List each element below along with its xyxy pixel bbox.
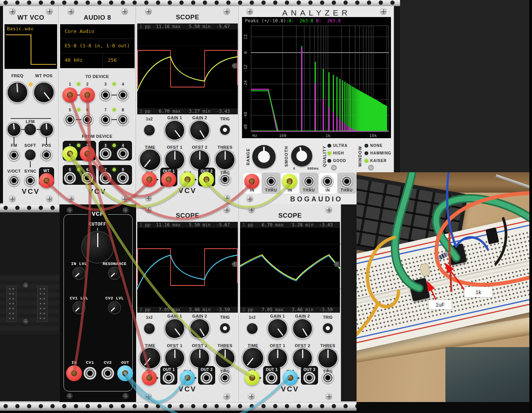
option-led[interactable] — [364, 159, 368, 163]
ofst1-knob[interactable] — [165, 150, 184, 169]
cv2-lvl-knob[interactable] — [109, 302, 120, 313]
analyzer-thru-a-port[interactable] — [265, 175, 277, 187]
ofst1-knob[interactable] — [165, 349, 184, 368]
audio8-from-device-port-1[interactable] — [64, 148, 76, 160]
in-lvl-knob[interactable] — [73, 268, 85, 279]
cable-plug-lime[interactable] — [245, 370, 260, 385]
wt-output-port[interactable] — [40, 175, 53, 187]
pos-amount-knob[interactable] — [40, 123, 53, 136]
audio8-to-device-port-7[interactable] — [99, 114, 112, 126]
ofst2-knob[interactable] — [190, 150, 209, 169]
scope-trig-port[interactable] — [322, 372, 334, 384]
lfm-button[interactable] — [25, 124, 36, 135]
option-led[interactable] — [327, 151, 331, 155]
ofst2-knob[interactable] — [293, 349, 312, 368]
cable-plug-red[interactable] — [62, 87, 78, 103]
scope-out1-port[interactable] — [265, 372, 278, 384]
audio8-to-device-port-5[interactable] — [64, 114, 76, 126]
1x2-button[interactable] — [144, 323, 155, 334]
audio8-to-device-port-2[interactable] — [81, 89, 93, 101]
scope-out2-port[interactable] — [303, 372, 315, 384]
analyzer-thru-b-port[interactable] — [303, 175, 315, 187]
trig-button[interactable] — [220, 323, 230, 333]
option-label[interactable]: GOOD — [333, 159, 346, 163]
cable-plug-lime[interactable] — [180, 172, 195, 187]
1x2-button[interactable] — [247, 323, 257, 334]
scope-in1-port[interactable] — [143, 173, 155, 185]
cable-plug-cyan[interactable] — [283, 370, 298, 385]
option-label[interactable]: ULTRA — [333, 143, 347, 148]
audio8-from-device-port-3[interactable] — [99, 148, 112, 160]
ofst2-knob[interactable] — [190, 349, 209, 368]
soft-button[interactable] — [25, 150, 36, 160]
sync-input-port[interactable] — [24, 175, 36, 187]
scope-trig-port[interactable] — [219, 372, 231, 384]
scope-trig-port[interactable] — [219, 173, 231, 185]
option-led[interactable] — [327, 144, 331, 148]
scope-display[interactable]: 1pp11.16 max5.50 min-5.67 2pp7.05 max3.4… — [137, 222, 238, 313]
quality-cycle-button[interactable] — [331, 165, 337, 171]
fm-amount-knob[interactable] — [8, 123, 20, 136]
freq-knob[interactable] — [8, 83, 27, 102]
scope-display[interactable]: 1pp6.70 max3.28 min-3.43 2pp7.05 max3.46… — [240, 222, 340, 313]
range-knob[interactable] — [252, 145, 276, 168]
smooth-knob[interactable] — [291, 145, 312, 167]
pos-input-port[interactable] — [40, 149, 53, 161]
fm-input-port[interactable] — [8, 149, 20, 161]
option-led[interactable] — [364, 151, 368, 155]
audio-driver[interactable]: Core Audio — [65, 28, 94, 34]
cable-plug-cyan[interactable] — [180, 370, 195, 385]
scope-in2-port[interactable] — [284, 372, 296, 384]
cable-plug-red[interactable] — [80, 146, 95, 161]
audio8-from-device-port-4[interactable] — [117, 148, 129, 160]
analyzer-in-b-port[interactable] — [284, 175, 296, 187]
scope-in2-port[interactable] — [181, 372, 194, 384]
audio-block-size[interactable]: 256 — [108, 57, 116, 63]
option-led[interactable] — [327, 159, 331, 163]
option-label[interactable]: HIGH — [333, 151, 344, 155]
gain1-knob[interactable] — [165, 121, 184, 140]
time-knob[interactable] — [243, 348, 263, 368]
audio8-from-device-port-6[interactable] — [81, 172, 93, 184]
audio8-from-device-port-2[interactable] — [81, 148, 93, 160]
cv1-lvl-knob[interactable] — [73, 302, 85, 313]
cable-plug-lime[interactable] — [199, 172, 214, 187]
gain1-knob[interactable] — [268, 319, 287, 338]
scope-in2-port[interactable] — [181, 173, 194, 185]
trig-button[interactable] — [323, 323, 333, 333]
analyzer-thru-c-port[interactable] — [341, 175, 353, 187]
trig-button[interactable] — [220, 125, 230, 135]
gain2-knob[interactable] — [293, 319, 312, 338]
audio-device[interactable]: ES-8 (1-8 in, 1-8 out) — [65, 43, 130, 48]
scope-display[interactable]: 1pp11.16 max5.50 min-5.67 2pp6.70 max3.2… — [137, 23, 238, 114]
analyzer-in-c-port[interactable] — [321, 175, 333, 187]
cable-plug-cyan[interactable] — [117, 365, 133, 381]
gain1-knob[interactable] — [165, 319, 184, 338]
voct-input-port[interactable] — [8, 175, 20, 187]
thres-knob[interactable] — [216, 349, 234, 368]
scope-out2-port[interactable] — [200, 372, 212, 384]
analyzer-display[interactable]: Peaks (+/-10.8):A: 263.8 B: 263.8 Hz1001… — [242, 17, 391, 138]
cable-plug-red[interactable] — [142, 172, 157, 187]
option-label[interactable]: HAMMING — [370, 151, 391, 155]
audio-sample-rate[interactable]: 48 kHz — [65, 57, 82, 63]
audio8-to-device-port-4[interactable] — [117, 89, 129, 101]
analyzer-in-a-port[interactable] — [246, 175, 258, 187]
audio8-to-device-port-1[interactable] — [64, 89, 76, 101]
scope-out1-port[interactable] — [163, 372, 175, 384]
vcf-in-port[interactable] — [68, 367, 81, 380]
wt-pos-knob[interactable] — [34, 83, 54, 102]
audio8-to-device-port-3[interactable] — [99, 89, 112, 101]
option-label[interactable]: KAISER — [370, 159, 387, 163]
time-knob[interactable] — [140, 348, 160, 368]
cable-plug-lime[interactable] — [282, 174, 297, 189]
cutoff-knob[interactable] — [82, 232, 113, 263]
scope-in1-port[interactable] — [143, 372, 155, 384]
option-led[interactable] — [364, 144, 368, 148]
cable-plug-red[interactable] — [161, 172, 176, 187]
audio8-to-device-port-6[interactable] — [81, 114, 93, 126]
audio8-to-device-port-8[interactable] — [117, 114, 129, 126]
audio8-from-device-port-8[interactable] — [117, 172, 129, 184]
audio8-from-device-port-7[interactable] — [99, 172, 112, 184]
cable-plug-red[interactable] — [66, 365, 82, 381]
